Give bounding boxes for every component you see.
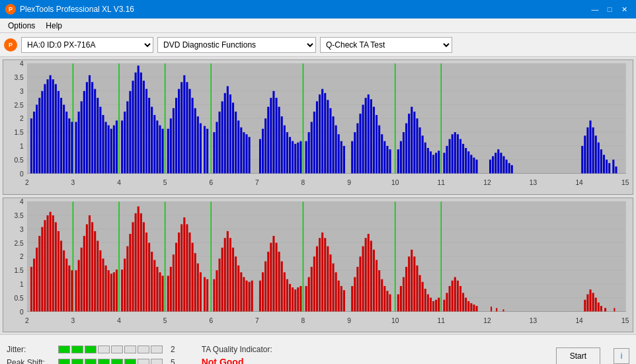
jitter-seg-7 bbox=[138, 346, 149, 353]
svg-rect-280 bbox=[97, 240, 99, 311]
svg-rect-65 bbox=[97, 98, 99, 173]
svg-rect-209 bbox=[600, 149, 602, 173]
svg-rect-140 bbox=[321, 89, 323, 174]
svg-rect-349 bbox=[299, 286, 301, 311]
svg-rect-89 bbox=[167, 129, 169, 174]
svg-text:1: 1 bbox=[20, 143, 24, 150]
svg-rect-297 bbox=[145, 233, 147, 311]
drive-select[interactable]: HA:0 ID:0 PX-716A bbox=[21, 37, 153, 53]
svg-rect-75 bbox=[126, 101, 128, 173]
minimize-button[interactable]: — bbox=[588, 3, 602, 16]
menu-item-options[interactable]: Options bbox=[3, 20, 40, 32]
svg-rect-309 bbox=[180, 224, 182, 311]
svg-rect-48 bbox=[50, 75, 52, 174]
maximize-button[interactable]: □ bbox=[603, 3, 616, 16]
app-icon: P bbox=[5, 4, 16, 15]
svg-rect-362 bbox=[338, 280, 340, 311]
peak-shift-value: 5 bbox=[171, 358, 175, 364]
quality-label: TA Quality Indicator: bbox=[202, 345, 272, 354]
test-select[interactable]: Q-Check TA Test bbox=[320, 37, 452, 53]
svg-text:8: 8 bbox=[301, 317, 305, 324]
svg-text:4: 4 bbox=[117, 179, 121, 186]
functions-select[interactable]: DVD Diagnostic Functions bbox=[157, 37, 316, 53]
svg-rect-117 bbox=[249, 137, 251, 173]
svg-rect-334 bbox=[259, 280, 261, 311]
info-button[interactable]: i bbox=[614, 348, 629, 364]
svg-rect-387 bbox=[416, 265, 418, 311]
start-button[interactable]: Start bbox=[556, 347, 600, 364]
svg-rect-300 bbox=[153, 260, 155, 311]
svg-text:2: 2 bbox=[25, 179, 29, 186]
svg-rect-56 bbox=[71, 122, 73, 174]
svg-rect-286 bbox=[113, 272, 115, 311]
svg-rect-360 bbox=[332, 263, 334, 311]
svg-rect-81 bbox=[143, 81, 145, 173]
svg-rect-115 bbox=[243, 132, 245, 173]
svg-rect-173 bbox=[422, 135, 424, 173]
svg-rect-269 bbox=[65, 258, 67, 311]
svg-rect-72 bbox=[116, 120, 118, 173]
svg-rect-404 bbox=[465, 297, 467, 311]
peak-shift-label: Peak Shift: bbox=[7, 358, 53, 364]
svg-rect-310 bbox=[183, 217, 185, 311]
svg-rect-407 bbox=[473, 305, 475, 311]
svg-rect-311 bbox=[186, 224, 188, 311]
peak-shift-seg-2 bbox=[71, 359, 83, 364]
svg-rect-292 bbox=[132, 222, 134, 311]
svg-rect-155 bbox=[368, 94, 370, 173]
close-button[interactable]: ✕ bbox=[617, 3, 631, 16]
svg-text:5: 5 bbox=[163, 317, 167, 324]
red-chart-svg: 4 3.5 3 2.5 2 1.5 1 0.5 0 2 3 4 5 6 7 8 … bbox=[3, 198, 633, 332]
svg-rect-369 bbox=[362, 246, 364, 311]
svg-rect-370 bbox=[365, 238, 367, 311]
svg-rect-273 bbox=[78, 260, 80, 311]
svg-rect-319 bbox=[213, 279, 215, 311]
svg-rect-416 bbox=[595, 297, 597, 311]
svg-rect-336 bbox=[264, 261, 266, 311]
svg-rect-66 bbox=[99, 107, 101, 174]
svg-rect-166 bbox=[403, 132, 405, 173]
svg-rect-208 bbox=[598, 143, 600, 174]
jitter-seg-4 bbox=[98, 346, 110, 353]
svg-rect-60 bbox=[83, 91, 85, 174]
jitter-seg-1 bbox=[58, 346, 70, 353]
svg-rect-412 bbox=[584, 299, 586, 311]
svg-rect-123 bbox=[272, 91, 274, 174]
svg-rect-54 bbox=[65, 112, 67, 174]
svg-rect-345 bbox=[289, 283, 291, 311]
menu-item-help[interactable]: Help bbox=[40, 20, 67, 32]
svg-rect-282 bbox=[102, 258, 104, 311]
svg-text:2: 2 bbox=[25, 317, 29, 324]
svg-rect-171 bbox=[416, 118, 418, 173]
svg-rect-340 bbox=[276, 242, 278, 311]
svg-rect-147 bbox=[340, 141, 342, 174]
svg-rect-264 bbox=[52, 215, 54, 311]
svg-rect-142 bbox=[327, 100, 329, 173]
svg-rect-49 bbox=[52, 79, 54, 173]
svg-rect-150 bbox=[354, 132, 356, 173]
svg-rect-45 bbox=[41, 91, 43, 174]
svg-rect-263 bbox=[50, 211, 52, 311]
svg-rect-68 bbox=[105, 122, 107, 174]
svg-rect-290 bbox=[126, 246, 128, 311]
svg-rect-124 bbox=[276, 98, 278, 173]
svg-rect-316 bbox=[200, 272, 202, 311]
svg-text:4: 4 bbox=[20, 198, 24, 205]
svg-rect-206 bbox=[592, 127, 594, 174]
svg-rect-275 bbox=[83, 236, 85, 311]
svg-rect-178 bbox=[435, 153, 437, 173]
svg-text:0: 0 bbox=[20, 308, 24, 315]
svg-rect-366 bbox=[354, 277, 356, 311]
svg-rect-409 bbox=[491, 307, 492, 311]
svg-rect-339 bbox=[272, 236, 274, 311]
app-title: PlexTools Professional XL V3.16 bbox=[20, 5, 134, 14]
svg-rect-169 bbox=[411, 107, 413, 174]
svg-rect-381 bbox=[400, 286, 402, 311]
svg-rect-76 bbox=[129, 91, 131, 174]
svg-rect-312 bbox=[188, 233, 190, 311]
svg-rect-91 bbox=[173, 108, 175, 174]
svg-rect-318 bbox=[206, 279, 208, 311]
svg-text:11: 11 bbox=[438, 179, 446, 186]
svg-rect-69 bbox=[108, 126, 110, 174]
svg-rect-377 bbox=[383, 286, 385, 311]
